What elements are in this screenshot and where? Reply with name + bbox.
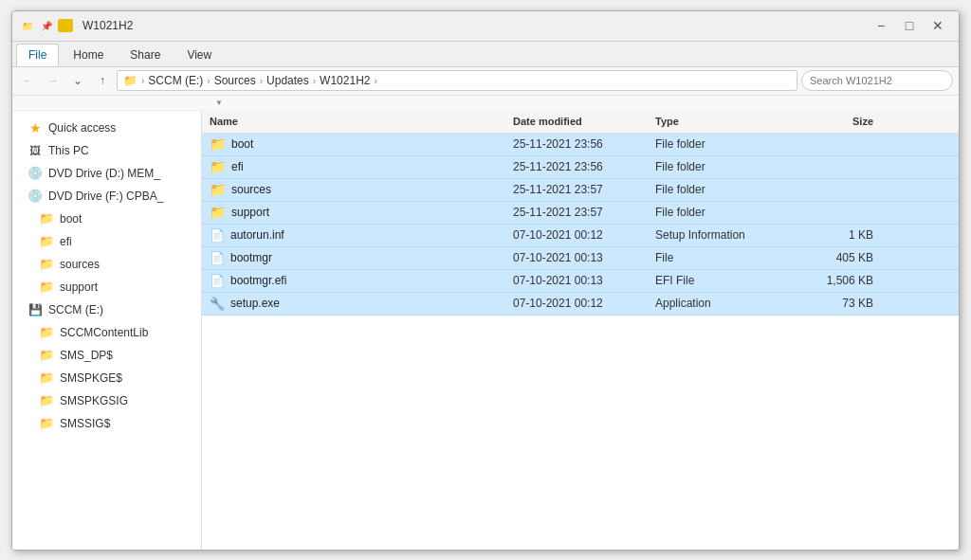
file-icon: 📁 bbox=[210, 159, 226, 174]
tab-share[interactable]: Share bbox=[118, 44, 173, 66]
sidebar-item-sccm-e[interactable]: 💾 SCCM (E:) bbox=[12, 298, 201, 321]
dvd-d-icon: 💿 bbox=[27, 166, 43, 181]
window-controls: − □ ✕ bbox=[868, 15, 951, 36]
star-icon: ★ bbox=[27, 120, 43, 135]
pin-icon: 📌 bbox=[39, 18, 54, 33]
table-row[interactable]: 📁 efi 25-11-2021 23:56 File folder bbox=[202, 156, 959, 179]
tab-home[interactable]: Home bbox=[61, 44, 116, 66]
sidebar-label-smssig: SMSSIG$ bbox=[60, 417, 110, 430]
pc-icon: 🖼 bbox=[27, 143, 43, 158]
sidebar-item-smspkgsig[interactable]: 📁 SMSPKGSIG bbox=[12, 389, 201, 412]
sidebar-label-sccmcontentlib: SCCMContentLib bbox=[60, 326, 148, 339]
file-type: EFI File bbox=[655, 274, 797, 287]
table-row[interactable]: 📁 sources 25-11-2021 23:57 File folder bbox=[202, 179, 959, 202]
column-header-size[interactable]: Size bbox=[797, 116, 873, 127]
file-date: 25-11-2021 23:57 bbox=[513, 183, 655, 196]
file-list-header: Name Date modified Type Size bbox=[202, 111, 959, 134]
folder-smspkge-icon: 📁 bbox=[39, 370, 54, 386]
forward-button: → bbox=[43, 70, 64, 91]
file-date: 25-11-2021 23:56 bbox=[513, 160, 655, 173]
column-header-date[interactable]: Date modified bbox=[513, 116, 655, 127]
file-size: 1,506 KB bbox=[797, 274, 873, 287]
file-type: File folder bbox=[655, 183, 797, 196]
sidebar-item-dvd-d[interactable]: 💿 DVD Drive (D:) MEM_ bbox=[12, 162, 201, 185]
sidebar-item-sources[interactable]: 📁 sources bbox=[12, 253, 201, 276]
title-bar: 📁 📌 W1021H2 − □ ✕ bbox=[12, 11, 959, 42]
sidebar-item-dvd-f[interactable]: 💿 DVD Drive (F:) CPBA_ bbox=[12, 185, 201, 208]
sidebar-label-quick-access: Quick access bbox=[48, 121, 116, 135]
table-row[interactable]: 📄 bootmgr 07-10-2021 00:13 File 405 KB bbox=[202, 247, 959, 270]
file-name: bootmgr.efi bbox=[230, 274, 286, 287]
sidebar-label-efi: efi bbox=[60, 235, 72, 248]
address-path[interactable]: 📁 › SCCM (E:) › Sources › Updates › W102… bbox=[117, 70, 797, 91]
path-w1021h2[interactable]: W1021H2 bbox=[320, 74, 370, 87]
address-bar: ← → ⌄ ↑ 📁 › SCCM (E:) › Sources › Update… bbox=[12, 67, 959, 96]
dvd-f-icon: 💿 bbox=[27, 189, 43, 204]
file-type: File bbox=[655, 251, 797, 264]
tab-view[interactable]: View bbox=[174, 44, 224, 66]
explorer-window: 📁 📌 W1021H2 − □ ✕ File Home Share View ←… bbox=[11, 10, 960, 551]
table-row[interactable]: 📄 autorun.inf 07-10-2021 00:12 Setup Inf… bbox=[202, 225, 959, 247]
file-date: 25-11-2021 23:56 bbox=[513, 137, 655, 151]
maximize-button[interactable]: □ bbox=[896, 15, 923, 36]
file-size: 73 KB bbox=[797, 297, 873, 310]
file-date: 07-10-2021 00:12 bbox=[513, 297, 655, 310]
folder-smssig-icon: 📁 bbox=[39, 416, 54, 431]
file-type: Application bbox=[655, 297, 797, 310]
file-icon: 🔧 bbox=[210, 297, 225, 311]
sidebar-item-this-pc[interactable]: 🖼 This PC bbox=[12, 139, 201, 162]
file-name: efi bbox=[231, 160, 244, 173]
recent-button[interactable]: ⌄ bbox=[67, 70, 88, 91]
file-name: sources bbox=[231, 183, 271, 196]
sidebar-label-this-pc: This PC bbox=[48, 144, 89, 157]
file-name: setup.exe bbox=[230, 297, 280, 310]
file-type: Setup Information bbox=[655, 228, 797, 242]
close-button[interactable]: ✕ bbox=[925, 15, 951, 36]
sidebar-item-sccmcontentlib[interactable]: 📁 SCCMContentLib bbox=[12, 321, 201, 344]
folder-boot-icon: 📁 bbox=[39, 211, 54, 226]
sidebar-item-smssig[interactable]: 📁 SMSSIG$ bbox=[12, 412, 201, 435]
sidebar-label-boot: boot bbox=[60, 212, 82, 226]
file-rows-container: 📁 boot 25-11-2021 23:56 File folder 📁 ef… bbox=[202, 134, 959, 316]
path-updates[interactable]: Updates bbox=[266, 74, 309, 87]
quick-access-icon: 📁 bbox=[20, 18, 35, 33]
title-bar-icons: 📁 📌 bbox=[20, 18, 73, 33]
path-sources[interactable]: Sources bbox=[214, 74, 256, 87]
sidebar-item-quick-access[interactable]: ★ Quick access bbox=[12, 117, 201, 139]
sidebar-label-smspkge: SMSPKGE$ bbox=[60, 371, 122, 385]
ribbon-tabs: File Home Share View bbox=[12, 42, 959, 66]
folder-smsdp-icon: 📁 bbox=[39, 348, 54, 363]
file-name: boot bbox=[231, 137, 253, 151]
folder-contentlib-icon: 📁 bbox=[39, 325, 54, 340]
tab-file[interactable]: File bbox=[16, 44, 59, 66]
file-icon: 📄 bbox=[210, 228, 225, 243]
sidebar-item-smspkge[interactable]: 📁 SMSPKGE$ bbox=[12, 367, 201, 389]
file-date: 07-10-2021 00:13 bbox=[513, 251, 655, 264]
file-icon: 📄 bbox=[210, 274, 225, 288]
folder-support-icon: 📁 bbox=[39, 280, 54, 295]
column-header-name[interactable]: Name bbox=[210, 116, 513, 127]
path-sccm[interactable]: SCCM (E:) bbox=[148, 74, 203, 87]
search-input[interactable] bbox=[801, 70, 953, 91]
minimize-button[interactable]: − bbox=[868, 15, 894, 36]
sidebar-item-support[interactable]: 📁 support bbox=[12, 276, 201, 298]
column-header-type[interactable]: Type bbox=[655, 116, 797, 127]
file-name: bootmgr bbox=[230, 251, 272, 264]
sidebar-item-efi[interactable]: 📁 efi bbox=[12, 230, 201, 253]
sidebar: ★ Quick access 🖼 This PC 💿 DVD Drive (D:… bbox=[12, 111, 202, 550]
drive-sccm-icon: 💾 bbox=[27, 302, 43, 317]
sidebar-item-smsdp[interactable]: 📁 SMS_DP$ bbox=[12, 344, 201, 367]
table-row[interactable]: 📁 support 25-11-2021 23:57 File folder bbox=[202, 202, 959, 225]
up-button[interactable]: ↑ bbox=[92, 70, 113, 91]
folder-icon bbox=[58, 19, 73, 32]
file-size: 405 KB bbox=[797, 251, 873, 264]
table-row[interactable]: 🔧 setup.exe 07-10-2021 00:12 Application… bbox=[202, 293, 959, 316]
file-type: File folder bbox=[655, 137, 797, 151]
file-date: 07-10-2021 00:13 bbox=[513, 274, 655, 287]
table-row[interactable]: 📁 boot 25-11-2021 23:56 File folder bbox=[202, 134, 959, 156]
sidebar-label-dvd-d: DVD Drive (D:) MEM_ bbox=[48, 167, 160, 180]
sidebar-label-smsdp: SMS_DP$ bbox=[60, 349, 113, 362]
table-row[interactable]: 📄 bootmgr.efi 07-10-2021 00:13 EFI File … bbox=[202, 270, 959, 293]
sidebar-item-boot[interactable]: 📁 boot bbox=[12, 208, 201, 230]
file-type: File folder bbox=[655, 206, 797, 219]
